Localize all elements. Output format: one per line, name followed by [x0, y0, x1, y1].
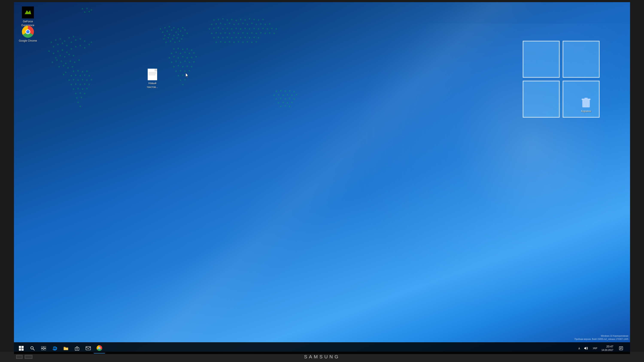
svg-point-55: [166, 30, 168, 32]
monitor-control-2[interactable]: [25, 355, 32, 359]
volume-button[interactable]: [583, 343, 589, 354]
svg-point-185: [229, 41, 230, 42]
taskbar-chrome-button[interactable]: [94, 343, 105, 354]
chrome-inner-circle: [26, 29, 30, 34]
file-explorer-button[interactable]: [60, 343, 72, 354]
desktop-icon-geforce[interactable]: GeForce Experience: [18, 6, 38, 27]
screen: GeForce Experience Google Chrome: [14, 2, 630, 354]
mail-button[interactable]: [83, 343, 94, 354]
svg-point-86: [169, 57, 170, 58]
svg-point-103: [191, 66, 192, 67]
svg-point-129: [224, 24, 226, 25]
svg-point-10: [71, 42, 72, 43]
svg-point-4: [68, 37, 70, 38]
svg-point-102: [186, 66, 188, 67]
svg-point-242: [76, 97, 78, 98]
svg-point-64: [182, 35, 183, 36]
svg-point-196: [294, 91, 295, 92]
svg-point-16: [57, 50, 58, 52]
desktop[interactable]: GeForce Experience Google Chrome: [14, 2, 630, 354]
svg-point-116: [222, 18, 224, 19]
clock[interactable]: 20:47 14.03.2017: [602, 345, 613, 352]
svg-point-226: [77, 79, 78, 81]
svg-point-192: [276, 90, 277, 92]
store-button[interactable]: [72, 343, 83, 354]
svg-point-184: [224, 42, 226, 43]
svg-point-87: [173, 56, 174, 57]
svg-point-29: [73, 55, 74, 56]
svg-point-15: [53, 53, 54, 54]
recycle-bin-icon-image: [581, 97, 592, 108]
start-button[interactable]: [16, 343, 27, 354]
svg-point-220: [75, 74, 76, 76]
tray-expand-button[interactable]: ∧: [577, 343, 581, 354]
svg-point-49: [164, 27, 166, 28]
desktop-icon-new-text[interactable]: Новый текстов...: [143, 69, 162, 89]
svg-point-110: [186, 75, 188, 76]
svg-point-175: [231, 37, 232, 38]
svg-point-257: [31, 347, 33, 349]
svg-point-66: [163, 38, 164, 39]
svg-point-91: [191, 57, 192, 58]
svg-point-92: [195, 56, 197, 57]
svg-point-74: [179, 40, 180, 42]
svg-point-30: [52, 62, 53, 63]
svg-point-28: [68, 54, 70, 55]
svg-point-213: [285, 105, 286, 107]
svg-point-3: [64, 40, 65, 42]
svg-point-96: [184, 60, 186, 62]
svg-point-145: [231, 28, 232, 29]
svg-point-218: [86, 71, 88, 72]
svg-point-118: [231, 19, 232, 20]
svg-point-81: [176, 51, 177, 53]
edge-browser-button[interactable]: [49, 343, 60, 354]
samsung-brand-logo: SAMSUNG: [304, 354, 340, 360]
svg-point-40: [72, 66, 73, 67]
language-button[interactable]: УКР: [591, 343, 599, 354]
svg-point-58: [180, 30, 181, 32]
svg-rect-253: [19, 346, 21, 348]
recycle-bin-label: Корзина: [581, 110, 591, 113]
svg-point-189: [247, 41, 248, 42]
svg-point-141: [213, 28, 214, 29]
svg-point-109: [182, 74, 183, 76]
svg-point-32: [60, 60, 62, 62]
svg-point-154: [271, 28, 272, 29]
svg-point-144: [227, 28, 228, 29]
search-button[interactable]: [27, 343, 38, 354]
svg-point-2: [60, 38, 61, 39]
svg-point-98: [193, 61, 194, 62]
svg-point-217: [82, 71, 83, 72]
svg-point-113: [182, 84, 183, 85]
svg-point-68: [172, 38, 173, 39]
svg-point-59: [184, 29, 186, 31]
svg-point-82: [180, 53, 181, 54]
svg-point-151: [258, 28, 259, 29]
svg-point-241: [84, 93, 85, 94]
svg-point-101: [182, 66, 183, 67]
svg-point-200: [287, 94, 288, 95]
svg-point-157: [216, 32, 217, 33]
svg-point-190: [251, 42, 252, 43]
svg-point-146: [236, 28, 237, 29]
notification-center-button[interactable]: [616, 343, 626, 354]
svg-point-71: [165, 42, 166, 43]
desktop-icon-chrome[interactable]: Google Chrome: [18, 26, 38, 42]
svg-point-61: [169, 34, 170, 35]
desktop-icon-recycle-bin[interactable]: Корзина: [576, 97, 596, 113]
svg-point-193: [280, 90, 282, 91]
clock-time: 20:47: [602, 345, 613, 349]
svg-point-181: [258, 37, 259, 38]
svg-rect-256: [22, 349, 24, 351]
svg-point-97: [189, 62, 190, 63]
monitor-control-1[interactable]: [16, 355, 22, 359]
svg-point-50: [169, 26, 170, 27]
svg-point-239: [75, 93, 76, 94]
svg-point-137: [260, 23, 261, 25]
svg-point-150: [253, 28, 254, 29]
svg-point-229: [91, 79, 92, 80]
svg-point-70: [181, 38, 182, 39]
task-view-button[interactable]: [38, 343, 49, 354]
svg-point-133: [242, 22, 244, 24]
svg-point-208: [278, 102, 279, 103]
